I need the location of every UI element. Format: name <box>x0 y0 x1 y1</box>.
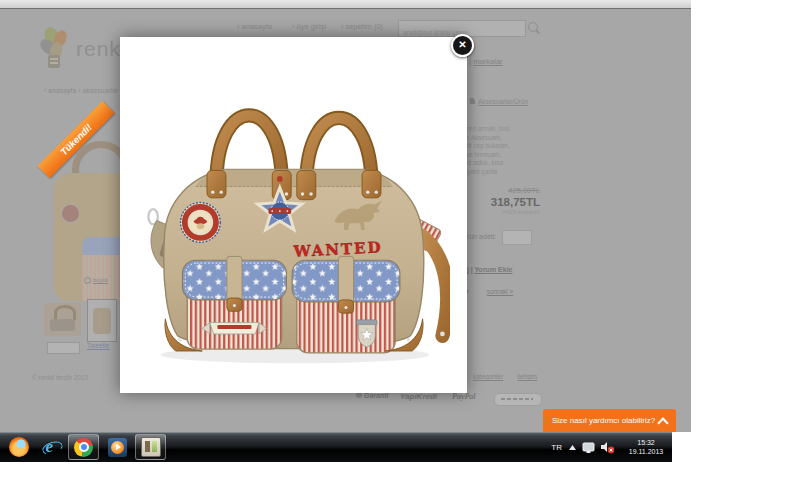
tweet-link[interactable]: Tweetle <box>87 342 109 349</box>
taskbar-application-button[interactable] <box>135 434 166 460</box>
bag-patch-shape <box>60 203 81 224</box>
yapikredi-logo: YapıKredi <box>400 392 437 401</box>
site-logo-icon[interactable] <box>36 25 72 71</box>
taskbar-chrome-button[interactable] <box>68 434 99 460</box>
home-icon <box>470 100 475 104</box>
application-icon <box>141 437 161 457</box>
add-comment-link[interactable]: Yorum Ekle <box>474 266 512 273</box>
internet-explorer-icon: e <box>42 437 62 457</box>
firefox-icon <box>9 437 29 457</box>
chrome-icon <box>74 438 93 457</box>
links-divider: | <box>471 266 473 273</box>
taskbar-firefox-button[interactable] <box>3 434 34 460</box>
small-input-box[interactable] <box>47 342 80 354</box>
paypal-logo: PayPal <box>452 392 476 401</box>
breadcrumb-subnav[interactable]: ‹ anasayfa ‹ aksesuarlar <box>44 87 119 94</box>
old-price: 425,00TL <box>458 186 540 195</box>
tray-time: 15:32 <box>626 439 666 448</box>
magnifier-icon <box>84 277 91 284</box>
round-badge-patch <box>181 203 221 243</box>
footer-contact-link[interactable]: iletişim <box>517 373 537 380</box>
footer-categories-link[interactable]: kategoriler <box>473 373 503 380</box>
breadcrumb[interactable]: Aksesuarlar/Ürün <box>470 98 528 105</box>
next-link[interactable]: sonraki » <box>487 288 513 295</box>
chat-label: Size nasıl yardımcı olabiliriz? <box>552 416 655 425</box>
quantity-input[interactable] <box>502 230 532 245</box>
footer-links: kategoriler iletişim <box>473 373 549 380</box>
tray-date: 19.11.2013 <box>626 448 666 457</box>
browser-chrome-strip <box>0 0 691 9</box>
thumb-bag-shape <box>93 308 111 334</box>
thumb-handle-shape <box>54 305 76 320</box>
tab-divider: | <box>469 57 471 66</box>
close-icon[interactable]: ✕ <box>451 34 474 57</box>
taskbar-clock[interactable]: 15:32 19.11.2013 <box>626 439 666 456</box>
thumbnail-front[interactable] <box>44 303 81 336</box>
tab-brands[interactable]: markalar <box>473 57 502 66</box>
volume-muted-icon <box>601 442 614 453</box>
nav-login-link[interactable]: › üye girişi <box>292 22 326 31</box>
quantity-label: Ürün adeti: <box>462 233 496 240</box>
nav-home-link[interactable]: › anasayfa <box>237 22 272 31</box>
captured-screen: renklitercih › anasayfa › üye girişi › s… <box>0 0 691 462</box>
current-price: 318,75TL <box>458 196 540 208</box>
thumb-flap-shape <box>50 319 75 331</box>
language-indicator[interactable]: TR <box>551 443 562 452</box>
search-icon[interactable] <box>528 22 538 32</box>
taskbar-ie-button[interactable]: e <box>36 434 67 460</box>
tray-icons[interactable] <box>567 440 621 456</box>
live-chat-bar[interactable]: Size nasıl yardımcı olabiliriz? <box>543 409 676 432</box>
price-block: 425,00TL 318,75TL (%25 indirimli) <box>458 186 540 215</box>
hidden-icons-chevron-icon <box>569 445 576 450</box>
network-icon <box>583 443 594 453</box>
system-tray: TR 15:32 19.11.2013 <box>551 433 666 462</box>
garanti-logo: Garanti <box>356 392 389 399</box>
nav-cart-link[interactable]: › sepetim (0) <box>341 22 383 31</box>
chevron-up-icon <box>657 417 668 428</box>
secure-payment-badge <box>494 393 542 406</box>
copyright-text: © renkli tercih 2012 <box>32 374 88 381</box>
left-pocket <box>182 256 286 349</box>
discount-note: (%25 indirimli) <box>458 209 540 215</box>
image-lightbox-modal: WANTED <box>120 37 467 393</box>
product-photo-partial <box>54 141 120 321</box>
taskbar-media-player-button[interactable] <box>102 434 133 460</box>
image-zoom-link[interactable]: büyüt <box>84 277 108 284</box>
product-photo-bag: WANTED <box>138 47 450 377</box>
windows-taskbar: e TR 15:32 19.11.2013 <box>0 432 672 462</box>
thumbnail-back[interactable] <box>87 299 117 342</box>
media-player-icon <box>108 438 127 457</box>
right-pocket <box>292 256 400 352</box>
quantity-row: Ürün adeti: <box>462 230 532 245</box>
